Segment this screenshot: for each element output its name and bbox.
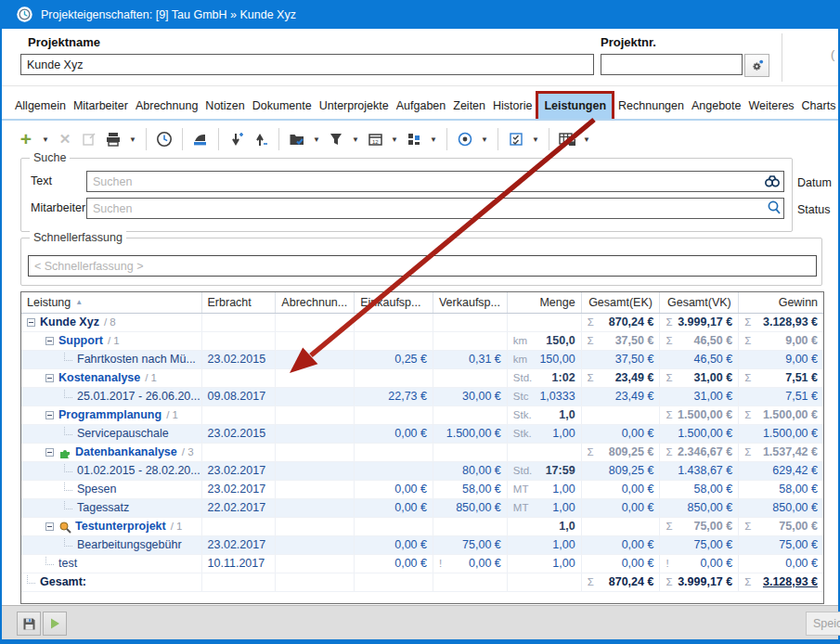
tab-unterprojekte[interactable]: Unterprojekte <box>316 94 393 119</box>
verkaufspreis-value: 0,00 € <box>469 555 501 573</box>
filter-dropdown-caret[interactable]: ▼ <box>349 135 362 144</box>
table-row-kostenanalyse[interactable]: Kostenanalyse/ 1Std.1:02Σ23,49 €Σ31,00 €… <box>21 369 823 388</box>
column-header-eink[interactable]: Einkaufsp... <box>355 292 433 313</box>
tab-abrechnung[interactable]: Abrechnung <box>132 94 201 119</box>
gewinn-value: 629,42 € <box>772 462 818 480</box>
gesamt-ek-value: 870,24 € <box>609 314 654 331</box>
calendar-dropdown-caret[interactable]: ▼ <box>388 135 401 144</box>
folder-check-button[interactable] <box>286 127 308 151</box>
tab-angebote[interactable]: Angebote <box>688 94 745 119</box>
table-row-spesen[interactable]: Spesen23.02.20170,00 €58,00 €MT1,000,00 … <box>21 481 823 499</box>
calendar-button[interactable]: 12 <box>364 127 386 151</box>
column-header-erb[interactable]: Erbracht <box>202 292 277 313</box>
tree-collapse-expander[interactable] <box>45 448 54 457</box>
projektname-input[interactable] <box>20 54 594 75</box>
table-row-servicepauschale[interactable]: Servicepauschale23.02.20150,00 €1.500,00… <box>21 425 823 444</box>
time-button[interactable] <box>153 127 175 151</box>
tab-dokumente[interactable]: Dokumente <box>249 94 316 119</box>
column-header-name[interactable]: Leistung▲ <box>21 292 202 313</box>
edit-note-button[interactable] <box>78 127 100 151</box>
mitarbeiter-search-input[interactable] <box>86 198 784 219</box>
column-header-gw[interactable]: Gewinn <box>739 292 823 313</box>
menge-value: 1,00 <box>552 425 575 443</box>
menge-value: 1:02 <box>552 369 575 387</box>
column-header-vk[interactable]: Gesamt(VK) <box>660 292 739 313</box>
toolbar-separator <box>446 128 447 150</box>
column-header-ek[interactable]: Gesamt(EK) <box>582 292 661 313</box>
tab-allgemein[interactable]: Allgemein <box>11 94 70 119</box>
column-header-abr[interactable]: Abrechnun... <box>276 292 355 313</box>
erbracht-date: 23.02.2015 <box>208 351 266 368</box>
quickentry-input[interactable] <box>28 255 817 277</box>
filter-button[interactable] <box>325 127 347 151</box>
magnifier-icon[interactable] <box>766 200 782 216</box>
leistung-name: test <box>58 555 77 573</box>
table-row-support[interactable]: Support/ 1km150,0Σ37,50 €Σ46,50 €Σ9,00 € <box>21 332 823 351</box>
table-row-programmplanung[interactable]: Programmplanung/ 1Stk.1,0Σ1.500,00 €Σ1.5… <box>21 406 823 425</box>
add-button[interactable]: + <box>15 127 37 151</box>
tree-collapse-expander[interactable] <box>45 374 54 382</box>
gewinn-value: 58,00 € <box>779 481 818 498</box>
tab-rechnungen[interactable]: Rechnungen <box>614 94 688 119</box>
tree-collapse-expander[interactable] <box>45 337 54 345</box>
column-header-menge[interactable]: Menge <box>508 292 582 313</box>
grid-save-dropdown-caret[interactable]: ▼ <box>580 135 593 144</box>
layout-button[interactable] <box>403 127 425 151</box>
gesamt-vk-value: 850,00 € <box>688 499 733 517</box>
tab-aufgaben[interactable]: Aufgaben <box>393 94 450 119</box>
run-button[interactable] <box>43 612 67 636</box>
tab-leistungen-selected-annotated[interactable]: Leistungen <box>536 91 614 119</box>
play-icon <box>48 617 61 630</box>
table-row-kunde-xyz[interactable]: Kunde Xyz/ 8Σ870,24 €Σ3.999,17 €Σ3.128,9… <box>21 314 823 332</box>
table-row-tagessatz[interactable]: Tagessatz22.02.20170,00 €850,00 €MT1,000… <box>21 499 823 518</box>
window-title: Projekteigenschaften: [9] Tau GmbH » Kun… <box>41 8 296 21</box>
tree-elbow <box>64 501 72 509</box>
export-button[interactable] <box>250 127 272 151</box>
table-row-test[interactable]: test10.11.20170,00 €!0,00 €1,000,00 €!0,… <box>21 555 823 573</box>
table-row-01-02-2015-28-02-20-[interactable]: 01.02.2015 - 28.02.20...23.02.201780,00 … <box>21 462 823 481</box>
table-row-bearbeitungsgeb-hr[interactable]: Bearbeitungsgebühr23.02.20170,00 €75,00 … <box>21 536 823 555</box>
menge-value: 1,00 <box>552 481 575 498</box>
tab-charts[interactable]: Charts <box>798 94 840 119</box>
tree-collapse-expander[interactable] <box>45 411 54 419</box>
page-flip-button[interactable] <box>189 127 212 151</box>
tab-zeiten[interactable]: Zeiten <box>449 94 489 119</box>
view-button[interactable] <box>454 127 476 151</box>
tab-mitarbeiter[interactable]: Mitarbeiter <box>70 94 132 119</box>
x-icon: ✕ <box>59 131 71 148</box>
text-search-input[interactable] <box>86 171 784 192</box>
checklist-dropdown-caret[interactable]: ▼ <box>529 135 542 144</box>
table-row-datenbankanalyse[interactable]: Datenbankanalyse/ 3Σ809,25 €Σ2.346,67 €Σ… <box>21 444 823 462</box>
delete-button[interactable]: ✕ <box>54 127 76 151</box>
toolbar: + ▼ ✕ ▼ <box>2 121 838 158</box>
table-row-testunterprojekt[interactable]: Testunterprojekt/ 11,0Σ75,00 €Σ75,00 € <box>21 518 823 536</box>
tab-historie[interactable]: Historie <box>489 94 536 119</box>
gewinn-value: 9,00 € <box>785 332 818 350</box>
grid-save-button[interactable] <box>556 127 578 151</box>
column-header-verk[interactable]: Verkaufsp... <box>433 292 508 313</box>
print-dropdown-caret[interactable]: ▼ <box>126 135 139 144</box>
speichern-button[interactable]: Speic <box>806 612 840 636</box>
checklist-button[interactable] <box>505 127 527 151</box>
layout-dropdown-caret[interactable]: ▼ <box>427 135 440 144</box>
table-row-gesamt-[interactable]: Gesamt:Σ870,24 €Σ3.999,17 €Σ3.128,93 € <box>21 573 823 592</box>
tab-notizen[interactable]: Notizen <box>201 94 248 119</box>
binoculars-icon[interactable] <box>764 173 781 189</box>
text-label: Text <box>31 174 52 187</box>
add-dropdown-caret[interactable]: ▼ <box>39 135 52 144</box>
tab-weiteres[interactable]: Weiteres <box>745 94 798 119</box>
tree-elbow <box>64 390 72 398</box>
child-count: / 8 <box>104 314 116 331</box>
view-dropdown-caret[interactable]: ▼ <box>478 135 491 144</box>
title-bar[interactable]: Projekteigenschaften: [9] Tau GmbH » Kun… <box>0 0 840 29</box>
tree-collapse-expander[interactable] <box>27 318 35 327</box>
table-row-25-01-2017-26-06-20-[interactable]: 25.01.2017 - 26.06.20...09.08.201722,73 … <box>21 388 823 406</box>
import-button[interactable] <box>226 127 248 151</box>
save-button[interactable] <box>17 612 41 636</box>
projektnr-input[interactable] <box>601 54 743 75</box>
table-row-fahrtkosten-nach-m-[interactable]: Fahrtkosten nach Mü...23.02.20150,25 €0,… <box>21 351 823 369</box>
tree-collapse-expander[interactable] <box>45 522 54 531</box>
folder-dropdown-caret[interactable]: ▼ <box>310 135 323 144</box>
projektnr-settings-button[interactable] <box>744 54 769 77</box>
print-button[interactable] <box>102 127 124 151</box>
